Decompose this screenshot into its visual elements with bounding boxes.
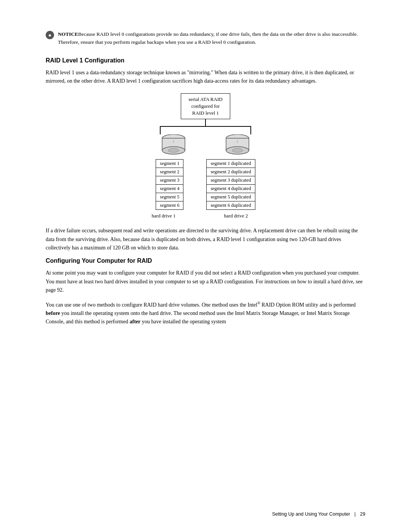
seg-left-3: segment 3 <box>156 176 183 185</box>
section1-body2: If a drive failure occurs, subsequent re… <box>46 227 365 252</box>
raid-diagram: serial ATA RAID configured for RAID leve… <box>46 93 365 219</box>
seg-left-4: segment 4 <box>156 185 183 193</box>
footer-text: Setting Up and Using Your Computer <box>272 511 350 517</box>
section2-heading: Configuring Your Computer for RAID <box>46 257 365 264</box>
footer-separator: | <box>354 511 355 517</box>
intel-sup: ® <box>257 301 260 305</box>
table-row: segment 4 duplicated <box>207 185 255 193</box>
drives-row <box>160 134 251 155</box>
table-row: segment 3 duplicated <box>207 176 255 185</box>
left-segment-table: segment 1 segment 2 segment 3 segment 4 … <box>156 159 183 210</box>
notice-label: NOTICE <box>58 31 78 37</box>
seg-left-1: segment 1 <box>156 160 183 168</box>
svg-point-3 <box>168 149 179 152</box>
diagram-top-row: serial ATA RAID configured for RAID leve… <box>181 93 230 120</box>
drive-label-right: hard drive 2 <box>206 213 266 219</box>
before-bold: before <box>46 310 60 316</box>
table-row: segment 2 <box>156 168 183 176</box>
drive-label-left: hard drive 1 <box>145 213 183 219</box>
drive-icon-right <box>224 134 251 155</box>
seg-right-4: segment 4 duplicated <box>207 185 255 193</box>
notice-body: Because RAID level 0 configurations prov… <box>58 31 358 45</box>
seg-left-6: segment 6 <box>156 201 183 210</box>
table-row: segment 5 <box>156 193 183 201</box>
section2-para1: At some point you may want to configure … <box>46 269 365 294</box>
segments-row: segment 1 segment 2 segment 3 segment 4 … <box>156 159 255 210</box>
seg-left-5: segment 5 <box>156 193 183 201</box>
footer-page: 29 <box>360 511 365 517</box>
table-row: segment 4 <box>156 185 183 193</box>
notice-box: ● NOTICEBecause RAID level 0 configurati… <box>46 30 365 46</box>
branch-drops <box>160 127 251 134</box>
notice-text: NOTICEBecause RAID level 0 configuration… <box>58 30 365 46</box>
drive-labels-row: hard drive 1 hard drive 2 <box>145 213 266 219</box>
drive-icon-left <box>160 134 187 155</box>
right-segment-table: segment 1 duplicated segment 2 duplicate… <box>206 159 255 210</box>
section1-heading: RAID Level 1 Configuration <box>46 57 365 64</box>
h-branch-line <box>160 126 251 127</box>
raid-label-line3: RAID level 1 <box>192 110 219 116</box>
table-row: segment 1 duplicated <box>207 160 255 168</box>
table-row: segment 2 duplicated <box>207 168 255 176</box>
seg-left-2: segment 2 <box>156 168 183 176</box>
section2-para2: You can use one of two methods to config… <box>46 300 365 326</box>
connector-down <box>205 119 206 126</box>
after-bold: after <box>129 319 140 324</box>
svg-point-8 <box>232 149 243 152</box>
raid-label-line2: configured for <box>191 103 220 109</box>
table-row: segment 1 <box>156 160 183 168</box>
branch-left-drop <box>160 127 161 134</box>
seg-right-6: segment 6 duplicated <box>207 201 255 210</box>
table-row: segment 6 <box>156 201 183 210</box>
page-footer: Setting Up and Using Your Computer | 29 <box>272 511 365 517</box>
section1-para1: RAID level 1 uses a data-redundancy stor… <box>46 69 365 86</box>
notice-icon: ● <box>46 31 54 39</box>
table-row: segment 6 duplicated <box>207 201 255 210</box>
seg-right-5: segment 5 duplicated <box>207 193 255 201</box>
raid-label-box: serial ATA RAID configured for RAID leve… <box>181 93 230 120</box>
table-row: segment 5 duplicated <box>207 193 255 201</box>
table-row: segment 3 <box>156 176 183 185</box>
raid-label-line1: serial ATA RAID <box>188 96 222 102</box>
seg-right-3: segment 3 duplicated <box>207 176 255 185</box>
seg-right-1: segment 1 duplicated <box>207 160 255 168</box>
branch-right-drop <box>250 127 251 134</box>
seg-right-2: segment 2 duplicated <box>207 168 255 176</box>
